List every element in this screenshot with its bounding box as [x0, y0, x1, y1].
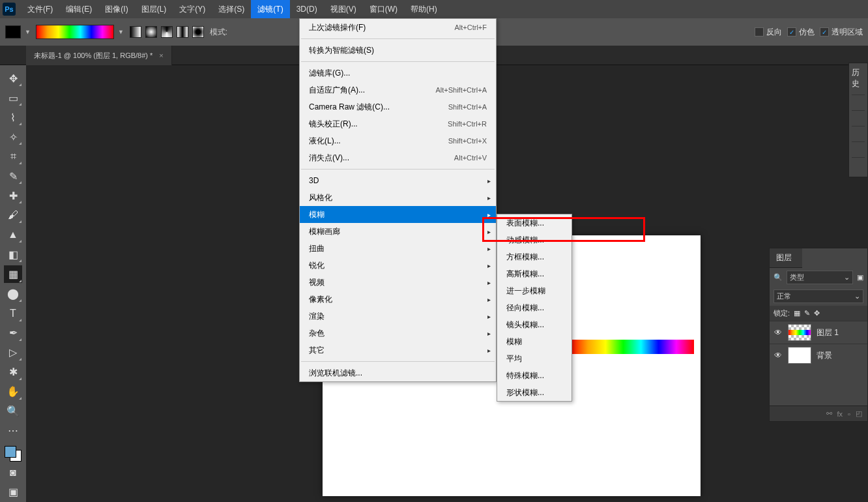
magic-wand-tool[interactable]: ✧	[4, 128, 22, 145]
submenu-item[interactable]: 形状模糊...	[497, 384, 571, 401]
menu-item[interactable]: 锐化	[300, 257, 496, 274]
eraser-tool[interactable]: ◧	[4, 246, 22, 263]
menu-item[interactable]: 视频	[300, 274, 496, 291]
fx-icon[interactable]: fx	[837, 410, 843, 418]
menu-item[interactable]: 镜头校正(R)...Shift+Ctrl+R	[300, 115, 496, 132]
menu-layer[interactable]: 图层(L)	[135, 0, 173, 18]
filter-icon[interactable]: ▣	[857, 273, 863, 282]
gradient-tool-icon[interactable]	[5, 25, 21, 38]
pen-tool[interactable]: ✒	[4, 325, 22, 342]
quick-mask-tool[interactable]: ◙	[4, 464, 22, 481]
layer-name[interactable]: 图层 1	[817, 327, 839, 338]
submenu-item[interactable]: 进一步模糊	[497, 282, 571, 299]
foreground-color[interactable]	[5, 446, 16, 458]
hand-tool[interactable]: ✋	[4, 383, 22, 400]
brush-tool[interactable]: 🖌	[4, 207, 22, 224]
gradient-linear-icon[interactable]	[130, 26, 141, 38]
submenu-item[interactable]: 镜头模糊...	[497, 316, 571, 333]
menu-item[interactable]: 渲染	[300, 308, 496, 325]
layer-thumbnail[interactable]	[788, 347, 811, 364]
path-select-tool[interactable]: ▷	[4, 344, 22, 361]
menu-item[interactable]: 杂色	[300, 325, 496, 342]
reverse-checkbox[interactable]	[755, 27, 764, 37]
lasso-tool[interactable]: ⌇	[4, 109, 22, 126]
menu-item[interactable]: 上次滤镜操作(F)Alt+Ctrl+F	[300, 19, 496, 36]
chevron-down-icon[interactable]: ▼	[25, 29, 31, 35]
mode-label: 模式:	[210, 27, 227, 38]
lock-all-icon[interactable]: ✥	[814, 309, 820, 317]
marquee-tool[interactable]: ▭	[4, 89, 22, 106]
blur-tool[interactable]: ⬤	[4, 286, 22, 303]
menu-item[interactable]: 液化(L)...Shift+Ctrl+X	[300, 132, 496, 149]
menu-item[interactable]: 扭曲	[300, 240, 496, 257]
mask-icon[interactable]: ▫	[848, 410, 850, 418]
layer-name[interactable]: 背景	[817, 350, 832, 361]
gradient-reflected-icon[interactable]	[177, 26, 188, 38]
menu-help[interactable]: 帮助(H)	[404, 0, 444, 18]
visibility-icon[interactable]: 👁	[774, 351, 783, 360]
menu-item[interactable]: 模糊画廊	[300, 223, 496, 240]
layers-panel-tab[interactable]: 图层	[770, 248, 802, 268]
menu-select[interactable]: 选择(S)	[212, 0, 251, 18]
lock-position-icon[interactable]: ✎	[804, 309, 810, 317]
submenu-item[interactable]: 径向模糊...	[497, 299, 571, 316]
submenu-item[interactable]: 平均	[497, 350, 571, 367]
zoom-tool[interactable]: 🔍	[4, 403, 22, 420]
menu-item[interactable]: 风格化	[300, 189, 496, 206]
menu-item[interactable]: 浏览联机滤镜...	[300, 364, 496, 381]
menu-type[interactable]: 文字(Y)	[173, 0, 212, 18]
submenu-item[interactable]: 模糊	[497, 333, 571, 350]
menu-view[interactable]: 视图(V)	[324, 0, 363, 18]
layer-row[interactable]: 👁 图层 1	[770, 321, 867, 344]
menu-item[interactable]: 3D	[300, 172, 496, 189]
history-panel[interactable]: 历史	[848, 63, 868, 177]
close-tab-icon[interactable]: ×	[159, 52, 163, 59]
gradient-angle-icon[interactable]	[161, 26, 173, 38]
menu-edit[interactable]: 编辑(E)	[59, 0, 98, 18]
menu-item[interactable]: 像素化	[300, 291, 496, 308]
menu-item[interactable]: 自适应广角(A)...Alt+Shift+Ctrl+A	[300, 81, 496, 98]
layer-filter-type[interactable]: 类型⌄	[787, 271, 853, 284]
link-layers-icon[interactable]: ⚯	[826, 409, 832, 418]
document-tab[interactable]: 未标题-1 @ 100% (图层 1, RGB/8#) * ×	[26, 46, 172, 65]
move-tool[interactable]: ✥	[4, 70, 22, 87]
submenu-item[interactable]: 表面模糊...	[497, 214, 571, 231]
dither-checkbox[interactable]: ✓	[787, 27, 796, 37]
gradient-diamond-icon[interactable]	[192, 26, 204, 38]
crop-tool[interactable]: ⌗	[4, 148, 22, 165]
menu-file[interactable]: 文件(F)	[21, 0, 59, 18]
menu-image[interactable]: 图像(I)	[98, 0, 134, 18]
menu-item[interactable]: 其它	[300, 342, 496, 359]
healing-tool[interactable]: ✚	[4, 187, 22, 204]
transparency-checkbox[interactable]: ✓	[820, 27, 829, 37]
shape-tool[interactable]: ✱	[4, 364, 22, 381]
lock-pixels-icon[interactable]: ▦	[794, 309, 800, 317]
menu-3d[interactable]: 3D(D)	[290, 0, 324, 18]
menu-item[interactable]: Camera Raw 滤镜(C)...Shift+Ctrl+A	[300, 98, 496, 115]
menu-filter[interactable]: 滤镜(T)	[251, 0, 289, 18]
submenu-item[interactable]: 方框模糊...	[497, 248, 571, 265]
gradient-preset-picker[interactable]	[36, 25, 114, 39]
layer-row[interactable]: 👁 背景	[770, 344, 867, 366]
submenu-item[interactable]: 特殊模糊...	[497, 367, 571, 384]
gradient-tool[interactable]: ▦	[4, 265, 22, 282]
menu-item[interactable]: 转换为智能滤镜(S)	[300, 42, 496, 59]
blend-mode-select[interactable]: 正常⌄	[774, 289, 863, 303]
new-layer-icon[interactable]: ◰	[856, 409, 862, 418]
layer-thumbnail[interactable]	[788, 324, 811, 341]
stamp-tool[interactable]: ▲	[4, 226, 22, 243]
gradient-radial-icon[interactable]	[145, 26, 157, 38]
visibility-icon[interactable]: 👁	[774, 328, 783, 337]
color-swatches[interactable]	[3, 445, 23, 463]
menu-window[interactable]: 窗口(W)	[363, 0, 404, 18]
edit-toolbar[interactable]: ⋯	[4, 422, 22, 439]
screen-mode-tool[interactable]: ▣	[4, 484, 22, 501]
menu-item[interactable]: 滤镜库(G)...	[300, 65, 496, 81]
chevron-down-icon[interactable]: ▼	[118, 29, 124, 35]
submenu-item[interactable]: 动感模糊...	[497, 231, 571, 248]
eyedropper-tool[interactable]: ✎	[4, 168, 22, 185]
submenu-item[interactable]: 高斯模糊...	[497, 265, 571, 282]
type-tool[interactable]: T	[4, 305, 22, 322]
menu-item[interactable]: 消失点(V)...Alt+Ctrl+V	[300, 149, 496, 166]
menu-item[interactable]: 模糊	[300, 206, 496, 223]
